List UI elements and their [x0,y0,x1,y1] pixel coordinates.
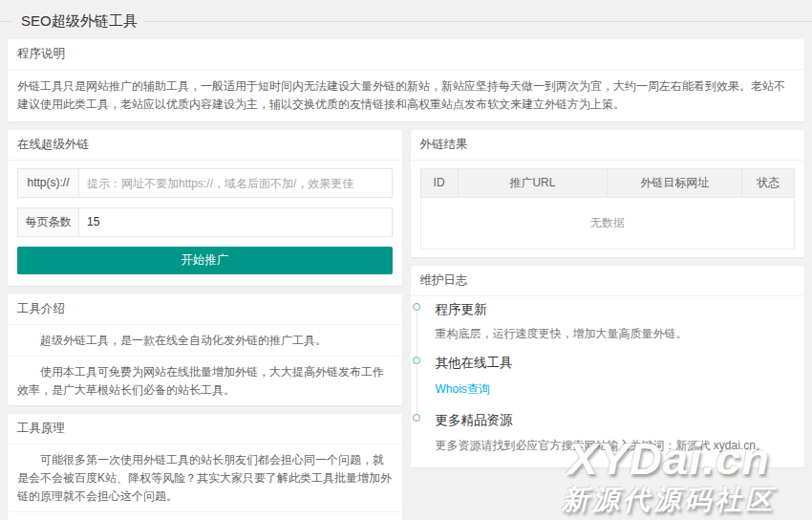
timeline-dot-icon [413,414,420,422]
per-page-label: 每页条数 [18,208,79,236]
log-item-other-tools: 其他在线工具 Whois查询 [413,354,803,411]
url-prefix-label: http(s):// [18,169,79,197]
start-promotion-button[interactable]: 开始推广 [17,247,393,274]
empty-data-text: 无数据 [420,197,795,249]
results-table-header-row: ID 推广URL 外链目标网址 状态 [420,169,795,198]
principle-paragraph: 可能很多第一次使用外链工具的站长朋友们都会担心同一个问题，就是会不会被百度K站、… [8,444,402,511]
log-item-desc: 更多资源请找到必应官方搜索网站输入关键词：新源代 xydai.cn。 [436,435,803,456]
notice-card: 程序说明 外链工具只是网站推广的辅助工具，一般适用于短时间内无法建设大量外链的新… [8,39,804,121]
right-column: 外链结果 ID 推广URL 外链目标网址 状态 [411,130,805,476]
column-header-promo-url: 推广URL [458,169,608,198]
principle-paragraph: 此类工具的原理其实非常简单，网络上几乎所有的网站查询工具（例如爱站网、去查网和C… [8,511,402,520]
url-input-group: http(s):// [17,168,393,198]
tool-intro-body: 超级外链工具，是一款在线全自动化发外链的推广工具。 使用本工具可免费为网站在线批… [8,325,402,406]
maintenance-log-body: 程序更新 重构底层，运行速度更快，增加大量高质量外链。 其他在线工具 Whois… [411,296,805,467]
divider-line [145,21,812,22]
superlink-form-body: http(s):// 每页条数 开始推广 [8,161,402,285]
timeline-dot-icon [413,303,420,311]
column-header-status: 状态 [742,169,795,198]
tool-principle-card: 工具原理 可能很多第一次使用外链工具的站长朋友们都会担心同一个问题，就是会不会被… [8,414,402,520]
left-column: 在线超级外链 http(s):// 每页条数 开始推广 [8,130,402,520]
url-input[interactable] [79,169,392,197]
column-header-target-url: 外链目标网址 [608,169,742,198]
results-card: 外链结果 ID 推广URL 外链目标网址 状态 [411,130,805,256]
tool-principle-body: 可能很多第一次使用外链工具的站长朋友们都会担心同一个问题，就是会不会被百度K站、… [8,444,402,520]
intro-paragraph: 超级外链工具，是一款在线全自动化发外链的推广工具。 [8,325,402,357]
divider-line [0,21,13,22]
timeline-dot-icon [413,357,420,364]
whois-query-link[interactable]: Whois查询 [436,378,490,401]
maintenance-log-card: 维护日志 程序更新 重构底层，运行速度更快，增加大量高质量外链。 其他在线工具 … [411,266,805,467]
log-item-more-resources: 更多精品资源 更多资源请找到必应官方搜索网站输入关键词：新源代 xydai.cn… [413,411,803,466]
column-header-id: ID [420,169,458,198]
notice-card-body: 外链工具只是网站推广的辅助工具，一般适用于短时间内无法建设大量外链的新站，新站应… [8,70,804,121]
log-item-desc: 重构底层，运行速度更快，增加大量高质量外链。 [436,323,803,344]
tool-intro-header: 工具介绍 [8,294,402,325]
intro-paragraph: 使用本工具可免费为网站在线批量增加外链，大大提高外链发布工作效率，是广大草根站长… [8,356,402,405]
results-card-header: 外链结果 [411,130,805,161]
tool-intro-card: 工具介绍 超级外链工具，是一款在线全自动化发外链的推广工具。 使用本工具可免费为… [8,294,402,406]
results-empty-row: 无数据 [420,197,795,249]
results-card-body: ID 推广URL 外链目标网址 状态 无数据 [411,161,805,256]
page-title: SEO超级外链工具 [13,12,145,31]
superlink-form-header: 在线超级外链 [8,130,402,161]
log-item-title: 其他在线工具 [436,354,803,378]
page-title-divider: SEO超级外链工具 [0,0,812,39]
maintenance-log-header: 维护日志 [411,266,805,296]
per-page-input-group: 每页条数 [17,207,393,237]
tool-principle-header: 工具原理 [8,414,402,444]
log-item-title: 更多精品资源 [436,411,803,435]
log-item-title: 程序更新 [436,300,803,324]
results-table: ID 推广URL 外链目标网址 状态 无数据 [420,168,796,249]
log-item-program-update: 程序更新 重构底层，运行速度更快，增加大量高质量外链。 [413,300,803,355]
notice-card-header: 程序说明 [8,39,804,70]
page: SEO超级外链工具 程序说明 外链工具只是网站推广的辅助工具，一般适用于短时间内… [0,0,812,520]
per-page-input[interactable] [79,208,392,236]
superlink-form-card: 在线超级外链 http(s):// 每页条数 开始推广 [8,130,402,285]
